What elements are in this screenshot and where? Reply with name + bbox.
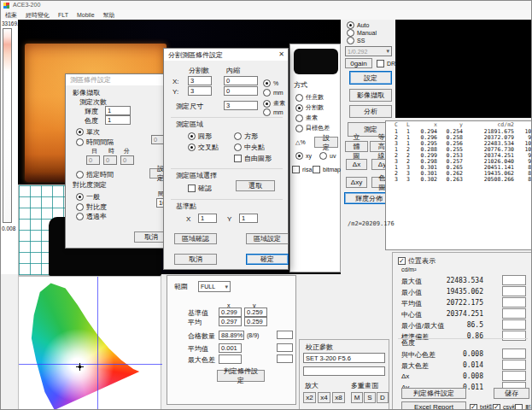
y-inset-input[interactable]: 0 [224, 86, 258, 96]
base-y-input[interactable]: 1 [239, 214, 258, 223]
mean-value[interactable]: 0.001 [219, 343, 242, 353]
settings-button[interactable]: 設定 [349, 71, 392, 85]
capture-button[interactable]: 影像擷取 [349, 89, 392, 102]
chroma-times-input[interactable]: 1 [105, 115, 131, 125]
x-split-input[interactable]: 3 [188, 76, 212, 85]
chroma-label: 色度 [85, 118, 98, 126]
close-icon[interactable] [278, 50, 284, 58]
judge-condition-button[interactable]: 判定條件設定 [217, 370, 265, 382]
table-row[interactable]: 330.3020.26320508.2668700 [386, 177, 532, 183]
circle-option[interactable]: 圓形 [188, 132, 212, 141]
menu-mobile[interactable]: Mobile [73, 12, 99, 18]
calibration-extra-field[interactable] [303, 366, 385, 376]
multi-m-button[interactable]: M [351, 392, 363, 403]
xy-option[interactable]: xy [295, 152, 312, 160]
hour-input[interactable]: 0 [103, 155, 117, 165]
luminance-stat-row: 最大值22483.534 [401, 275, 530, 286]
x-inset-input[interactable]: 0 [224, 76, 258, 85]
uv-option[interactable]: uv [319, 152, 336, 160]
exposure-manual-option[interactable]: Manual [347, 29, 377, 37]
dr-checkbox[interactable]: DR [377, 60, 395, 67]
method-option-pixel[interactable]: 畫素 [295, 114, 318, 122]
exposure-auto-option[interactable]: Auto [347, 21, 369, 29]
interval-option[interactable]: 時間間隔 [76, 138, 114, 147]
judge-condition-button[interactable]: 判定條件設定 [401, 388, 466, 399]
method-option-arbitrary[interactable]: 任意數 [295, 93, 324, 102]
square-option[interactable]: 方形 [234, 132, 258, 141]
max-color-diff-value[interactable] [219, 354, 242, 364]
confirm-checkbox[interactable]: 確認 [188, 184, 212, 193]
zoom-x4-button[interactable]: x4 [318, 392, 330, 403]
menu-file[interactable]: 檔案 [1, 11, 21, 20]
area-confirm-button[interactable]: 區域確認 [174, 233, 217, 244]
delta-x-button[interactable]: Δx [346, 159, 367, 170]
center-point-option[interactable]: 中央點 [234, 143, 265, 152]
inset-unit-mm-option[interactable]: mm [263, 89, 284, 97]
timed-option[interactable]: 指定時間 [76, 170, 114, 179]
size-unit-mm-option[interactable]: mm [263, 108, 284, 116]
image-file-checkbox[interactable]: 影像檔 [515, 403, 532, 410]
cancel-button[interactable]: 取消 [174, 254, 217, 265]
camera-preview[interactable] [395, 20, 532, 118]
area-set-button[interactable]: 區域設定 [246, 233, 289, 244]
method-option-target-color-diff[interactable]: 目標色差 [295, 124, 330, 132]
zoom-x8-button[interactable]: x8 [332, 392, 345, 403]
average-y-value[interactable]: 0.259 [244, 317, 267, 326]
transmittance-option[interactable]: 透過率 [76, 212, 107, 221]
stat-value: 0.008 [442, 350, 483, 358]
menu-time-variation[interactable]: 經時變化 [21, 11, 54, 20]
free-shape-checkbox[interactable]: 自由圖形 [234, 154, 272, 163]
stat-label: 最小值/最大值 [401, 321, 444, 331]
exposure-ss-option[interactable]: SS [347, 37, 365, 44]
excel-report-button[interactable]: Excel Report [401, 401, 466, 410]
menu-help[interactable]: 幫助 [99, 11, 120, 20]
size-unit-pixel-option[interactable]: 畫素 [263, 99, 285, 108]
cross-point-option[interactable]: 交叉點 [188, 143, 219, 152]
base-y-value[interactable]: 0.259 [244, 308, 267, 317]
menu-bar: 檔案 經時變化 FLT Mobile 幫助 [1, 10, 532, 20]
base-x-value[interactable]: 0.299 [219, 308, 242, 317]
times-label: 測定次數 [79, 99, 107, 107]
color-scale-panel: 33169.844 0.008 [1, 20, 18, 274]
analyze-button[interactable]: 分析 [349, 105, 392, 118]
inset-unit-percent-option[interactable]: % [263, 79, 278, 87]
delta-xy-button[interactable]: Δxy [346, 177, 367, 188]
pass-count-value[interactable]: 88.89% [219, 331, 244, 340]
gain-button[interactable]: 0gain [345, 58, 372, 68]
txt-file-checkbox[interactable]: txt檔 [470, 403, 492, 410]
bitmap-checkbox[interactable]: bitmap [313, 166, 341, 173]
luminance-times-input[interactable]: 1 [105, 106, 131, 115]
ok-button[interactable]: 確定 [246, 254, 289, 265]
base-x-input[interactable]: 1 [198, 214, 217, 223]
cie-chromaticity-panel[interactable] [18, 276, 161, 410]
menu-flt[interactable]: FLT [54, 12, 73, 18]
minute-input[interactable]: 0 [120, 155, 134, 165]
range-dropdown[interactable]: FULL [198, 281, 231, 292]
app-icon [3, 3, 9, 9]
day-input[interactable]: 0 [86, 155, 100, 165]
save-button[interactable]: 儲存 [494, 388, 529, 399]
color-scale-bar[interactable] [3, 28, 12, 223]
risa-checkbox[interactable]: risa [292, 166, 312, 173]
title-bar[interactable]: ACE3-200 [1, 1, 532, 10]
pick-button[interactable]: 選取 [236, 180, 275, 191]
contrast-option[interactable]: 對比度 [76, 202, 107, 212]
dialog-title-bar[interactable]: 分割測區條件設定 [164, 49, 288, 61]
multi-d-button[interactable]: D [377, 392, 389, 403]
measure-size-input[interactable]: 3 [224, 101, 258, 110]
normal-option[interactable]: 一般 [76, 192, 100, 202]
dialog-title-bar[interactable]: 測區條件設定 [66, 74, 172, 85]
single-option[interactable]: 單次 [76, 127, 100, 137]
chroma-stat-row: 與中心色差0.008 [401, 348, 530, 360]
zoom-x2-button[interactable]: x2 [303, 392, 316, 403]
solid-view-button[interactable]: 立體圖 [345, 141, 368, 152]
multi-s-button[interactable]: S [364, 392, 376, 403]
y-split-input[interactable]: 3 [188, 86, 212, 96]
method-set-button[interactable]: 設定 [314, 137, 338, 148]
average-x-value[interactable]: 0.297 [219, 317, 242, 326]
shutter-speed-dropdown[interactable]: 1/0.292 [345, 46, 392, 56]
show-position-checkbox[interactable]: 位置表示 [398, 256, 436, 266]
method-option-split[interactable]: 分割數 [295, 103, 324, 112]
stat-value: 0.008 [442, 372, 483, 380]
calibration-set-value[interactable]: SET 3-200 F5.6 [303, 353, 385, 363]
